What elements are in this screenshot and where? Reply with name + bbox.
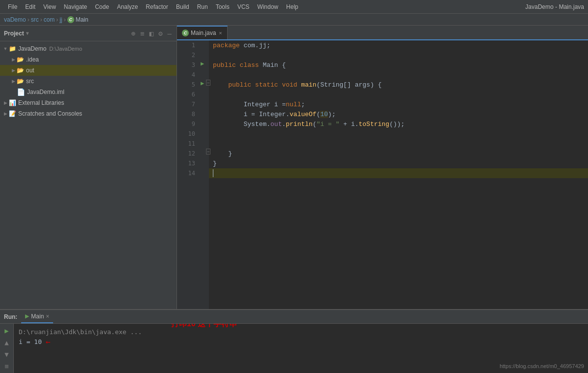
project-tree: ▼ 📁 JavaDemo D:\JavaDemo ▶ 📂 .idea ▶ 📂 o… xyxy=(0,41,176,309)
menu-tools[interactable]: Tools xyxy=(212,1,234,12)
line-num-11: 11 xyxy=(177,139,199,149)
tab-close-main-java[interactable]: × xyxy=(219,30,222,36)
breadcrumb-src[interactable]: src xyxy=(31,16,39,23)
breadcrumb-jj[interactable]: jj xyxy=(59,16,62,23)
fold-5[interactable]: − xyxy=(206,80,210,86)
folder-icon-out: 📂 xyxy=(17,67,24,74)
tree-toggle-src[interactable]: ▶ xyxy=(10,79,17,84)
menu-window[interactable]: Window xyxy=(253,1,282,12)
code-line-13[interactable]: } xyxy=(209,158,588,168)
code-line-7[interactable]: Integer i =null; xyxy=(209,99,588,109)
line-numbers: 1 2 3 4 5 6 7 8 9 10 11 12 13 14 xyxy=(177,40,199,309)
ext-libs-icon: 📊 xyxy=(9,99,16,106)
code-line-12[interactable]: } xyxy=(209,149,588,158)
menu-code[interactable]: Code xyxy=(91,1,113,12)
tree-item-javademo[interactable]: ▼ 📁 JavaDemo D:\JavaDemo xyxy=(0,43,176,54)
tree-item-iml[interactable]: 📄 JavaDemo.iml xyxy=(0,87,176,97)
breadcrumb-main[interactable]: Main xyxy=(76,16,88,23)
menu-run[interactable]: Run xyxy=(193,1,212,12)
menu-edit[interactable]: Edit xyxy=(21,1,39,12)
sidebar-list-icon[interactable]: ≡ xyxy=(139,29,145,38)
menu-view[interactable]: View xyxy=(39,1,60,12)
menu-build[interactable]: Build xyxy=(172,1,193,12)
code-line-5[interactable]: public static void main(String[] args) { xyxy=(209,80,588,90)
code-line-11[interactable] xyxy=(209,139,588,149)
menu-file[interactable]: File xyxy=(4,1,21,12)
line-num-7: 7 xyxy=(177,99,199,109)
line-num-13: 13 xyxy=(177,158,199,168)
code-line-4[interactable] xyxy=(209,70,588,80)
bottom-tab-main[interactable]: ▶ Main × xyxy=(21,310,53,323)
code-line-9[interactable]: System.out.println("i = " + i.toString()… xyxy=(209,119,588,129)
tree-label-javademo: JavaDemo xyxy=(18,45,46,52)
tab-bar: C Main.java × xyxy=(177,26,588,40)
sidebar-icons: ⊕ ≡ ◧ ⚙ — xyxy=(130,29,173,38)
sidebar-title: Project xyxy=(4,30,24,37)
sidebar-settings-icon[interactable]: ⚙ xyxy=(157,29,163,38)
main-layout: Project ▼ ⊕ ≡ ◧ ⚙ — ▼ 📁 JavaDemo D:\Java… xyxy=(0,26,588,309)
line-num-1: 1 xyxy=(177,40,199,50)
line-num-12: 12 xyxy=(177,149,199,158)
tree-label-src: src xyxy=(26,78,34,85)
scroll-up-button[interactable]: ▲ xyxy=(2,338,12,347)
line-num-4: 4 xyxy=(177,70,199,80)
sidebar-layout-icon[interactable]: ◧ xyxy=(148,29,154,38)
code-line-2[interactable] xyxy=(209,50,588,60)
run-tab-icon: ▶ xyxy=(25,313,29,319)
scroll-down-button[interactable]: ▼ xyxy=(2,349,12,359)
run-arrow-5[interactable]: ▶ xyxy=(201,80,204,87)
breadcrumb-com[interactable]: com xyxy=(44,16,55,23)
tree-label-out: out xyxy=(26,67,34,74)
code-line-1[interactable]: package com.jj; xyxy=(209,40,588,50)
menu-bar: File Edit View Navigate Code Analyze Ref… xyxy=(0,0,588,14)
tree-item-scratches[interactable]: ▶ 📝 Scratches and Consoles xyxy=(0,108,176,119)
tree-toggle-out[interactable]: ▶ xyxy=(10,68,17,73)
annotation-container: 打印10 这个字符串 xyxy=(171,324,237,329)
window-title: JavaDemo - Main.java xyxy=(526,3,584,10)
bottom-tab-close[interactable]: × xyxy=(46,313,49,320)
code-line-14[interactable] xyxy=(209,168,588,178)
code-line-10[interactable] xyxy=(209,129,588,139)
scratch-icon: 📝 xyxy=(9,110,16,117)
breadcrumb-vademo[interactable]: vaDemo xyxy=(4,16,26,23)
tree-label-ext: External Libraries xyxy=(18,99,64,106)
java-class-icon: C xyxy=(67,16,74,23)
tree-label-idea: .idea xyxy=(26,56,39,63)
stop-format-button[interactable]: ≡ xyxy=(2,361,12,371)
line-num-14: 14 xyxy=(177,168,199,178)
tree-item-out[interactable]: ▶ 📂 out xyxy=(0,65,176,76)
tree-toggle-ext[interactable]: ▶ xyxy=(2,100,9,105)
code-line-3[interactable]: public class Main { xyxy=(209,60,588,70)
tab-label-main-java: Main.java xyxy=(191,30,216,36)
sidebar-add-icon[interactable]: ⊕ xyxy=(130,29,136,38)
tree-toggle-idea[interactable]: ▶ xyxy=(10,57,17,62)
watermark: https://blog.csdn.net/m0_46957429 xyxy=(500,363,584,369)
tree-item-src[interactable]: ▶ 📂 src xyxy=(0,76,176,87)
tree-item-idea[interactable]: ▶ 📂 .idea xyxy=(0,54,176,65)
fold-12[interactable]: − xyxy=(206,149,210,155)
code-line-6[interactable] xyxy=(209,90,588,99)
tree-item-external-libs[interactable]: ▶ 📊 External Libraries xyxy=(0,97,176,108)
menu-help[interactable]: Help xyxy=(282,1,302,12)
menu-analyze[interactable]: Analyze xyxy=(113,1,142,12)
tab-main-java[interactable]: C Main.java × xyxy=(177,26,228,39)
tree-space-iml xyxy=(10,90,17,94)
run-button[interactable]: ▶ xyxy=(2,326,12,336)
menu-refactor[interactable]: Refactor xyxy=(142,1,172,12)
output-line-1: D:\ruanjian\Jdk\bin\java.exe ... xyxy=(19,327,583,337)
line-num-10: 10 xyxy=(177,129,199,139)
run-arrow-3[interactable]: ▶ xyxy=(201,60,204,67)
menu-navigate[interactable]: Navigate xyxy=(60,1,91,12)
line-num-5: 5 xyxy=(177,80,199,90)
sidebar-minimize-icon[interactable]: — xyxy=(167,29,173,38)
bottom-tab-label-main: Main xyxy=(31,313,44,320)
code-content[interactable]: package com.jj; public class Main { publ… xyxy=(209,40,588,309)
sidebar-dropdown-icon[interactable]: ▼ xyxy=(26,31,29,36)
code-line-8[interactable]: i = Integer.valueOf(10); xyxy=(209,109,588,119)
menu-vcs[interactable]: VCS xyxy=(234,1,254,12)
line-num-3: 3 xyxy=(177,60,199,70)
tree-toggle-scratches[interactable]: ▶ xyxy=(2,111,9,116)
line-num-8: 8 xyxy=(177,109,199,119)
tree-toggle-javademo[interactable]: ▼ xyxy=(2,46,9,51)
iml-icon: 📄 xyxy=(17,88,25,96)
